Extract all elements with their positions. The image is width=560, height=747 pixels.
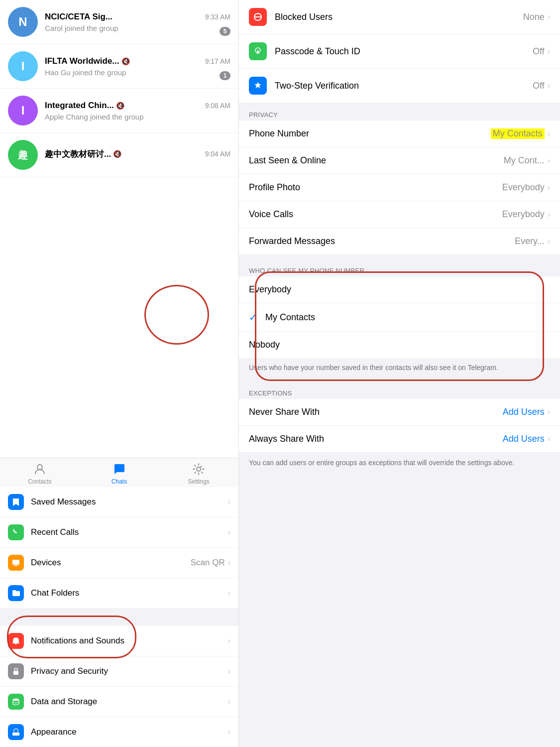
devices-icon	[8, 555, 24, 571]
chevron-twostep: ›	[548, 81, 550, 90]
settings-item-datastorage[interactable]: Data and Storage ›	[0, 687, 238, 717]
privacy-section-label: PRIVACY	[249, 111, 278, 119]
security-item-twostep[interactable]: Two-Step Verification Off ›	[239, 69, 560, 103]
chevron-lastseen: ›	[548, 156, 550, 165]
exception-item-alwaysshare[interactable]: Always Share With Add Users ›	[239, 426, 560, 453]
chat-preview-integrated: Apple Chang joined the group	[45, 113, 230, 121]
tab-settings-label: Settings	[188, 478, 210, 485]
settings-item-privacy[interactable]: Privacy and Security ›	[0, 656, 238, 687]
privacy-value-phone: My Contacts	[491, 128, 545, 139]
badge-ncic: 5	[220, 27, 230, 36]
chevron-blocked: ›	[548, 12, 550, 21]
avatar-integrated: I	[8, 96, 38, 125]
tab-contacts[interactable]: Contacts	[0, 462, 80, 485]
settings-item-devices[interactable]: Devices Scan QR ›	[0, 548, 238, 578]
chat-preview-iflta: Hao Gu joined the group	[45, 68, 230, 77]
who-option-nobody[interactable]: Nobody	[239, 332, 560, 358]
avatar-quzw: 趣	[8, 140, 38, 170]
chat-time-quzw: 9:04 AM	[205, 150, 230, 158]
exception-value-alwaysshare: Add Users	[503, 434, 545, 444]
chevron-devices: ›	[228, 558, 230, 567]
settings-item-calls[interactable]: Recent Calls ›	[0, 517, 238, 548]
chevron-privacy: ›	[228, 667, 230, 676]
exception-value-nevershare: Add Users	[503, 407, 545, 417]
settings-label-appearance: Appearance	[31, 727, 228, 737]
badge-iflta: 1	[220, 71, 230, 80]
settings-group-main: Saved Messages › Recent Calls ›	[0, 487, 238, 608]
security-value-blocked: None	[523, 12, 545, 22]
settings-menu: Saved Messages › Recent Calls ›	[0, 487, 238, 747]
chevron-voicecalls: ›	[548, 210, 550, 219]
security-item-blocked[interactable]: Blocked Users None ›	[239, 0, 560, 34]
contacts-icon	[33, 462, 47, 476]
chevron-passcode: ›	[548, 47, 550, 56]
who-option-everybody[interactable]: Everybody	[239, 276, 560, 303]
tab-settings[interactable]: Settings	[159, 462, 238, 485]
who-options: Everybody ✓ My Contacts Nobody	[239, 276, 560, 358]
who-option-label-everybody: Everybody	[249, 284, 550, 295]
who-section-header: WHO CAN SEE MY PHONE NUMBER	[239, 254, 560, 276]
avatar-ncic: N	[8, 7, 38, 37]
settings-label-folders: Chat Folders	[31, 588, 228, 598]
exception-label-alwaysshare: Always Share With	[249, 434, 503, 444]
svg-point-5	[13, 699, 19, 701]
exceptions-label: EXCEPTIONS	[249, 389, 292, 397]
settings-label-datastorage: Data and Storage	[31, 697, 228, 707]
who-option-mycontacts[interactable]: ✓ My Contacts	[239, 303, 560, 332]
appearance-icon	[8, 724, 24, 740]
who-option-label-mycontacts: My Contacts	[265, 312, 550, 323]
chat-item-quzw[interactable]: 趣 趣中文教材研讨... 🔇 9:04 AM	[0, 133, 238, 177]
chat-item-integrated[interactable]: I Integrated Chin... 🔇 9:08 AM Apple Cha…	[0, 89, 238, 133]
exceptions-header: EXCEPTIONS	[239, 381, 560, 399]
chat-item-iflta[interactable]: I IFLTA Worldwide... 🔇 9:17 AM Hao Gu jo…	[0, 44, 238, 89]
tab-chats-label: Chats	[112, 478, 127, 485]
exceptions-info-text: You can add users or entire groups as ex…	[239, 453, 560, 478]
avatar-iflta: I	[8, 51, 38, 81]
chat-list: N NCIC/CETA Sig... 9:33 AM Carol joined …	[0, 0, 238, 458]
settings-separator-1	[0, 608, 238, 626]
chat-header-iflta: IFLTA Worldwide... 🔇 9:17 AM	[45, 56, 230, 66]
chevron-forwarded: ›	[548, 237, 550, 246]
settings-label-notifications: Notifications and Sounds	[31, 636, 228, 646]
settings-group-secondary: Notifications and Sounds › Privacy and S…	[0, 626, 238, 747]
chat-header-integrated: Integrated Chin... 🔇 9:08 AM	[45, 101, 230, 111]
exception-item-nevershare[interactable]: Never Share With Add Users ›	[239, 399, 560, 426]
chat-content-ncic: NCIC/CETA Sig... 9:33 AM Carol joined th…	[45, 12, 230, 32]
notifications-icon	[8, 633, 24, 649]
chevron-datastorage: ›	[228, 697, 230, 706]
chat-time-iflta: 9:17 AM	[205, 57, 230, 65]
settings-item-saved[interactable]: Saved Messages ›	[0, 487, 238, 517]
settings-item-appearance[interactable]: Appearance ›	[0, 717, 238, 747]
privacy-section: Phone Number My Contacts › Last Seen & O…	[239, 121, 560, 254]
settings-item-notifications[interactable]: Notifications and Sounds ›	[0, 626, 238, 656]
privacy-item-lastseen[interactable]: Last Seen & Online My Cont... ›	[239, 147, 560, 174]
exceptions-section: Never Share With Add Users › Always Shar…	[239, 399, 560, 453]
chevron-alwaysshare: ›	[548, 434, 550, 443]
privacy-item-phone[interactable]: Phone Number My Contacts ›	[239, 121, 560, 147]
chat-folders-icon	[8, 585, 24, 601]
tab-bar: Contacts Chats Settings	[0, 458, 238, 487]
chat-content-iflta: IFLTA Worldwide... 🔇 9:17 AM Hao Gu join…	[45, 56, 230, 77]
privacy-item-profilephoto[interactable]: Profile Photo Everybody ›	[239, 174, 560, 201]
privacy-label-forwarded: Forwarded Messages	[249, 236, 515, 247]
svg-rect-2	[12, 560, 19, 565]
privacy-section-separator: PRIVACY	[239, 103, 560, 121]
svg-rect-6	[12, 733, 19, 736]
chat-header-quzw: 趣中文教材研讨... 🔇 9:04 AM	[45, 148, 230, 160]
privacy-item-forwarded[interactable]: Forwarded Messages Every... ›	[239, 228, 560, 254]
recent-calls-icon	[8, 524, 24, 540]
privacy-value-voicecalls: Everybody	[502, 209, 545, 220]
tab-contacts-label: Contacts	[28, 478, 51, 485]
who-section-label: WHO CAN SEE MY PHONE NUMBER	[249, 267, 364, 274]
settings-value-devices: Scan QR	[191, 558, 225, 568]
chat-item-ncic[interactable]: N NCIC/CETA Sig... 9:33 AM Carol joined …	[0, 0, 238, 44]
settings-label-devices: Devices	[31, 558, 191, 568]
settings-item-folders[interactable]: Chat Folders ›	[0, 578, 238, 608]
saved-messages-icon	[8, 494, 24, 510]
chevron-nevershare: ›	[548, 407, 550, 416]
chat-name-iflta: IFLTA Worldwide... 🔇	[45, 56, 130, 66]
mute-icon-quzw: 🔇	[113, 150, 121, 158]
tab-chats[interactable]: Chats	[80, 462, 159, 485]
privacy-item-voicecalls[interactable]: Voice Calls Everybody ›	[239, 201, 560, 228]
security-item-passcode[interactable]: Passcode & Touch ID Off ›	[239, 34, 560, 69]
